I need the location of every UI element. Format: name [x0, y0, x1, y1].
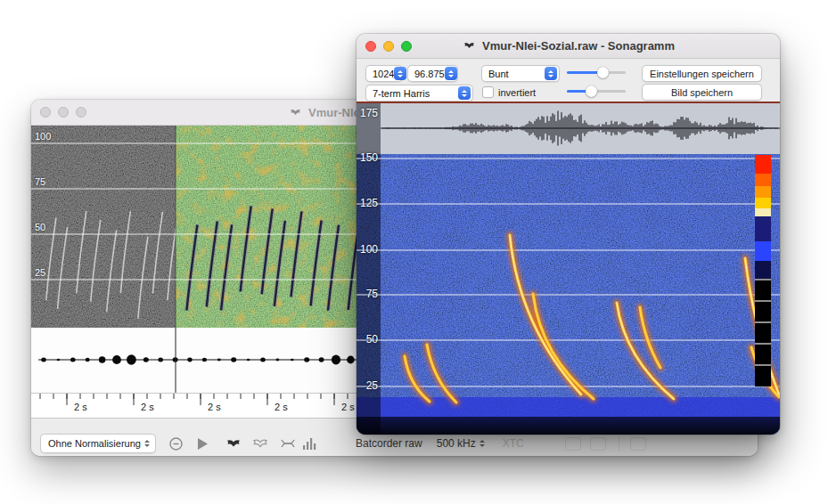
- timeline-label: 2 s: [74, 402, 87, 412]
- colorbar-segment: [755, 216, 771, 241]
- bat-heterodyne-button[interactable]: [250, 439, 270, 449]
- window-function-select[interactable]: 7-term Harris: [365, 85, 473, 102]
- window-function-value: 7-term Harris: [373, 88, 430, 99]
- close-button[interactable]: [365, 41, 376, 52]
- colorbar: [755, 155, 771, 386]
- loop-mode-button[interactable]: [168, 436, 184, 451]
- sonogram-canvas: [357, 102, 780, 435]
- back-traffic-lights: [40, 107, 86, 118]
- device-label: Batcorder raw: [356, 437, 422, 450]
- invert-label: invertiert: [498, 87, 536, 98]
- samplerate-value: 500 kHz: [437, 437, 476, 450]
- slider-knob[interactable]: [586, 85, 597, 97]
- colorbar-segment: [755, 300, 771, 321]
- save-settings-label: Einstellungen speichern: [650, 69, 754, 79]
- normalization-value: Ohne Normalisierung: [48, 438, 141, 449]
- stepper-icon: [545, 67, 557, 80]
- slider-knob[interactable]: [597, 67, 609, 78]
- minimize-button[interactable]: [58, 107, 69, 118]
- timeline-label: 2 s: [341, 402, 355, 412]
- save-image-label: Bild speichern: [671, 87, 733, 98]
- overlap-value: 96.875: [414, 69, 445, 79]
- colorbar-segment: [755, 174, 771, 186]
- colorbar-segment: [755, 208, 771, 216]
- front-toolbar: 1024 96.875 Bunt Einstellungen speichern…: [357, 59, 780, 102]
- invert-checkbox-group[interactable]: invertiert: [482, 86, 536, 98]
- save-settings-button[interactable]: Einstellungen speichern: [642, 65, 762, 82]
- disabled-tool-icon: [565, 437, 581, 451]
- histogram-icon: [302, 437, 316, 450]
- play-icon: [198, 438, 208, 450]
- colorbar-segment: [755, 241, 771, 261]
- zoom-button[interactable]: [401, 41, 412, 52]
- histogram-view-button[interactable]: [302, 437, 316, 450]
- stepper-icon: [458, 86, 471, 100]
- bat-dark-icon: [224, 439, 243, 449]
- chevron-updown-icon: [480, 440, 485, 447]
- colorbar-segment: [755, 364, 771, 386]
- minimize-button[interactable]: [383, 41, 394, 52]
- front-window-title: Vmur-Nlei-Sozial.raw - Sonagramm: [462, 39, 675, 53]
- chevron-updown-icon: [144, 440, 150, 447]
- palette-value: Bunt: [488, 69, 509, 79]
- normalization-select[interactable]: Ohne Normalisierung: [40, 434, 156, 453]
- colorbar-segment: [755, 279, 771, 300]
- save-image-button[interactable]: Bild speichern: [642, 84, 762, 101]
- colorbar-segment: [755, 343, 771, 364]
- overlap-select[interactable]: 96.875: [407, 65, 458, 82]
- palette-select[interactable]: Bunt: [481, 65, 560, 82]
- contrast-slider[interactable]: [567, 66, 626, 79]
- brightness-slider[interactable]: [567, 85, 626, 98]
- bat-detect-button[interactable]: [224, 439, 243, 449]
- bat-light-icon: [250, 439, 270, 449]
- invert-checkbox[interactable]: [482, 86, 494, 98]
- timeline-label: 2 s: [208, 402, 221, 412]
- stepper-icon: [394, 67, 406, 80]
- bat-icon: [288, 109, 303, 117]
- front-window-title-text: Vmur-Nlei-Sozial.raw - Sonagramm: [482, 39, 675, 53]
- colorbar-segment: [755, 186, 771, 198]
- colorbar-segment: [755, 321, 771, 343]
- colorbar-segment: [755, 155, 771, 174]
- zoom-button[interactable]: [76, 107, 86, 118]
- circle-minus-icon: [168, 436, 184, 451]
- fft-size-select[interactable]: 1024: [365, 65, 403, 82]
- sonogram-view[interactable]: 175 150 125 100 75 50 25: [357, 102, 780, 435]
- front-traffic-lights: [365, 41, 412, 52]
- toolbar-separator: [619, 436, 619, 451]
- bat-icon: [462, 42, 477, 50]
- fft-size-value: 1024: [373, 69, 394, 79]
- samplerate-select[interactable]: 500 kHz: [437, 437, 485, 450]
- waveform-icon: [281, 437, 295, 450]
- disabled-tool-icon: [590, 437, 606, 451]
- disabled-tool-icon: [630, 437, 646, 451]
- sonagramm-window-front[interactable]: Vmur-Nlei-Sozial.raw - Sonagramm 1024 96…: [357, 34, 780, 435]
- xtc-label: XTC: [503, 437, 524, 450]
- colorbar-segment: [755, 261, 771, 279]
- colorbar-segment: [755, 198, 771, 208]
- timeline-label: 2 s: [275, 402, 288, 412]
- close-button[interactable]: [40, 107, 51, 118]
- timeline-label: 2 s: [141, 402, 154, 412]
- stepper-icon: [445, 67, 457, 80]
- waveform-view-button[interactable]: [281, 437, 295, 450]
- play-button[interactable]: [198, 438, 208, 450]
- front-titlebar[interactable]: Vmur-Nlei-Sozial.raw - Sonagramm: [357, 34, 780, 59]
